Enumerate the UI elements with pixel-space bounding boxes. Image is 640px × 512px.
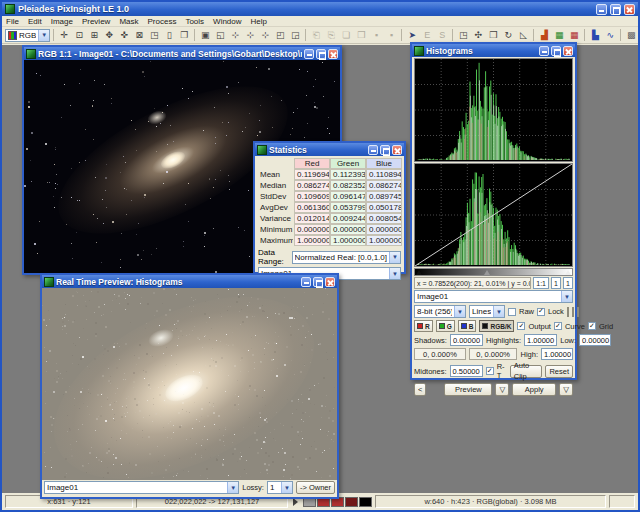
- close-icon[interactable]: [392, 145, 402, 155]
- histogram-image-select[interactable]: Image01 ▼: [414, 290, 573, 303]
- high-field[interactable]: 1.00000: [541, 348, 573, 360]
- minimize-icon[interactable]: [539, 46, 549, 56]
- chevron-down-icon[interactable]: ▼: [454, 306, 465, 317]
- rgb-pixels-1-icon[interactable]: ▦: [552, 28, 566, 42]
- pixel-math-icon[interactable]: ✣: [471, 28, 485, 42]
- crop-tool-icon[interactable]: ⊠: [132, 28, 146, 42]
- menu-image[interactable]: Image: [51, 17, 73, 26]
- plot-style-select[interactable]: Lines ▼: [469, 305, 505, 318]
- history-back-button[interactable]: <: [414, 383, 426, 396]
- chevron-down-icon[interactable]: ▼: [561, 291, 572, 302]
- shadows-marker[interactable]: [416, 270, 422, 275]
- new-image-icon[interactable]: ▯: [162, 28, 176, 42]
- refresh-icon[interactable]: ↻: [501, 28, 515, 42]
- midtones-slider[interactable]: [414, 268, 573, 276]
- fit-view-1-icon[interactable]: ⊹: [228, 28, 242, 42]
- minimize-icon[interactable]: [596, 4, 607, 15]
- histogram-input-plot[interactable]: [414, 58, 573, 162]
- chevron-down-icon[interactable]: ▼: [227, 482, 238, 493]
- channel-rgbk-button[interactable]: RGB/K: [479, 320, 514, 332]
- maximize-icon[interactable]: [551, 46, 561, 56]
- highlights-marker[interactable]: [565, 270, 571, 275]
- pane-layout-1-icon[interactable]: [567, 307, 569, 317]
- expand-view-1-icon[interactable]: ◰: [273, 28, 287, 42]
- chevron-down-icon[interactable]: ▼: [389, 252, 400, 263]
- menu-file[interactable]: File: [6, 17, 19, 26]
- rt-checkbox[interactable]: [486, 367, 494, 375]
- histogram-output-plot[interactable]: [414, 163, 573, 267]
- histogram-transform-icon[interactable]: ▙: [588, 28, 602, 42]
- resolution-select[interactable]: 8-bit (256) ▼: [414, 305, 466, 318]
- histograms-title-bar[interactable]: Histograms: [412, 44, 575, 57]
- chevron-down-icon[interactable]: ▼: [281, 482, 292, 493]
- rtp-title-bar[interactable]: Real Time Preview: Histograms: [42, 275, 337, 288]
- image-window-title-bar[interactable]: RGB 1:1 - Image01 - C:\Documents and Set…: [24, 47, 340, 60]
- apply-button[interactable]: Apply: [512, 383, 556, 396]
- zoom-actual-icon[interactable]: ⊡: [72, 28, 86, 42]
- owner-button[interactable]: -> Owner: [296, 481, 335, 494]
- zoom-y-field[interactable]: 1: [563, 277, 573, 289]
- zoom-x-field[interactable]: 1: [551, 277, 561, 289]
- chevron-down-icon[interactable]: ▼: [38, 30, 49, 41]
- zoom-ratio[interactable]: 1:1: [533, 277, 549, 289]
- pane-layout-2-icon[interactable]: [572, 307, 574, 317]
- raw-checkbox[interactable]: [508, 308, 516, 316]
- histogram-tool-icon[interactable]: ▟: [537, 28, 551, 42]
- statistics-window[interactable]: Statistics RedGreenBlueMean0.11969430.11…: [253, 141, 406, 274]
- rtp-image-select[interactable]: Image01 ▼: [44, 481, 239, 494]
- curve-checkbox[interactable]: [554, 322, 562, 330]
- channel-b-button[interactable]: B: [458, 320, 477, 332]
- maximize-icon[interactable]: [380, 145, 390, 155]
- realtime-preview-window[interactable]: Real Time Preview: Histograms Image01 ▼ …: [40, 273, 339, 499]
- menu-tools[interactable]: Tools: [185, 17, 204, 26]
- curves-transform-icon[interactable]: ∿: [603, 28, 617, 42]
- midtones-marker[interactable]: [484, 270, 490, 275]
- readout-options-icon[interactable]: ▩: [624, 28, 638, 42]
- preview-button[interactable]: Preview: [444, 383, 492, 396]
- output-checkbox[interactable]: [517, 322, 525, 330]
- maximize-icon[interactable]: [610, 4, 621, 15]
- menu-preview[interactable]: Preview: [82, 17, 110, 26]
- menu-process[interactable]: Process: [148, 17, 177, 26]
- menu-mask[interactable]: Mask: [119, 17, 138, 26]
- chevron-down-icon[interactable]: ▼: [493, 306, 504, 317]
- rtp-canvas[interactable]: [42, 288, 337, 480]
- screen-mode-1-icon[interactable]: ▣: [198, 28, 212, 42]
- low-field[interactable]: 0.00000: [579, 334, 611, 346]
- close-icon[interactable]: [325, 277, 335, 287]
- edit-mode-icon[interactable]: ◺: [516, 28, 530, 42]
- menu-edit[interactable]: Edit: [28, 17, 42, 26]
- channel-r-button[interactable]: R: [414, 320, 433, 332]
- statistics-title-bar[interactable]: Statistics: [255, 143, 404, 156]
- rotate-view-icon[interactable]: ✜: [117, 28, 131, 42]
- reset-button[interactable]: Reset: [545, 365, 573, 378]
- duplicate-image-icon[interactable]: ❐: [177, 28, 191, 42]
- minimize-icon[interactable]: [304, 49, 314, 59]
- lossy-select[interactable]: 1 ▼: [267, 481, 293, 494]
- pan-view-icon[interactable]: ✥: [102, 28, 116, 42]
- auto-clip-button[interactable]: Auto Clip: [510, 365, 543, 378]
- view-crosshair-icon[interactable]: ✛: [57, 28, 71, 42]
- midtones-field[interactable]: 0.50000: [450, 365, 483, 377]
- shadows-field[interactable]: 0.00000: [450, 334, 483, 346]
- zoom-in-icon[interactable]: ⊞: [87, 28, 101, 42]
- channel-g-button[interactable]: G: [436, 320, 455, 332]
- new-window-icon[interactable]: ❒: [486, 28, 500, 42]
- preview-options-icon[interactable]: ▽: [495, 383, 509, 396]
- minimize-icon[interactable]: [301, 277, 311, 287]
- close-icon[interactable]: [624, 4, 635, 15]
- data-range-select[interactable]: Normalized Real: [0.0,1.0] ▼: [292, 251, 402, 264]
- expand-view-2-icon[interactable]: ◲: [288, 28, 302, 42]
- display-mode-select[interactable]: RGB ▼: [5, 29, 50, 42]
- lock-checkbox[interactable]: [537, 308, 545, 316]
- maximize-icon[interactable]: [316, 49, 326, 59]
- chevron-down-icon[interactable]: ▼: [389, 268, 400, 279]
- highlights-field[interactable]: 1.00000: [524, 334, 557, 346]
- menu-help[interactable]: Help: [251, 17, 267, 26]
- grid-checkbox[interactable]: [588, 322, 596, 330]
- maximize-icon[interactable]: [313, 277, 323, 287]
- process-explorer-icon[interactable]: ◳: [456, 28, 470, 42]
- minimize-icon[interactable]: [368, 145, 378, 155]
- histograms-window[interactable]: Histograms x = 0.78526(200): 21, 0.01% |…: [410, 42, 577, 380]
- fit-view-3-icon[interactable]: ⊹: [258, 28, 272, 42]
